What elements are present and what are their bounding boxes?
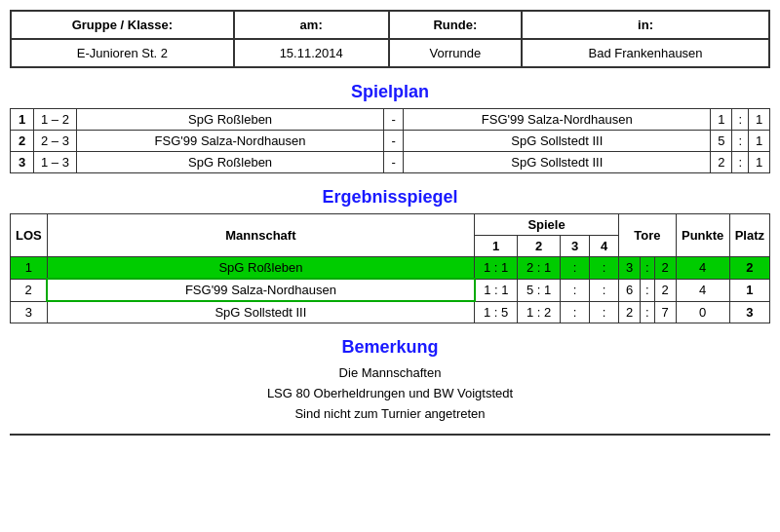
spielplan-dash: - <box>384 131 404 152</box>
col-punkte: Punkte <box>676 214 729 257</box>
col-spiel-4: 4 <box>590 236 619 257</box>
ergebnis-title: Ergebnisspiegel <box>10 187 770 208</box>
ergebnis-s4: : <box>590 301 619 323</box>
spielplan-dash: - <box>384 152 404 173</box>
info-table: Gruppe / Klasse: am: Runde: in: E-Junior… <box>10 10 770 68</box>
ergebnis-s2: 1 : 2 <box>518 301 561 323</box>
spielplan-match: 1 – 2 <box>34 109 77 131</box>
spielplan-num: 2 <box>11 131 34 152</box>
ergebnis-tore1: 3 <box>619 257 641 280</box>
ergebnis-s1: 1 : 1 <box>475 257 518 280</box>
spielplan-match: 2 – 3 <box>34 131 77 152</box>
ergebnis-platz: 1 <box>729 279 769 301</box>
spielplan-team1: FSG'99 Salza-Nordhausen <box>77 131 384 152</box>
ergebnis-s4: : <box>590 279 619 301</box>
ergebnis-tore1: 6 <box>619 279 641 301</box>
ergebnis-row: 3 SpG Sollstedt III 1 : 5 1 : 2 : : 2 : … <box>11 301 770 323</box>
ergebnis-tore2: 7 <box>654 301 676 323</box>
col-tore: Tore <box>619 214 677 257</box>
spielplan-team1: SpG Roßleben <box>77 152 384 173</box>
spielplan-team2: FSG'99 Salza-Nordhausen <box>404 109 711 131</box>
spielplan-team2: SpG Sollstedt III <box>404 152 711 173</box>
spielplan-dash: - <box>384 109 404 131</box>
ergebnis-s1: 1 : 5 <box>475 301 518 323</box>
ergebnis-platz: 2 <box>729 257 769 280</box>
ergebnis-los: 3 <box>11 301 48 323</box>
ergebnis-mannschaft: SpG Roßleben <box>47 257 474 280</box>
ergebnis-tore2: 2 <box>654 257 676 280</box>
spielplan-colon: : <box>732 109 749 131</box>
spielplan-score1: 5 <box>711 131 732 152</box>
spielplan-colon: : <box>732 152 749 173</box>
bemerkung-text: Die MannschaftenLSG 80 Oberheldrungen un… <box>10 363 770 424</box>
col-spiel-1: 1 <box>475 236 518 257</box>
ergebnis-mannschaft: FSG'99 Salza-Nordhausen <box>47 279 474 301</box>
info-value-runde: Vorrunde <box>389 39 522 67</box>
ergebnis-los: 1 <box>11 257 48 280</box>
ergebnis-row: 2 FSG'99 Salza-Nordhausen 1 : 1 5 : 1 : … <box>11 279 770 301</box>
ergebnis-s3: : <box>561 257 590 280</box>
ergebnis-tore-colon: : <box>641 257 655 280</box>
info-header-am: am: <box>234 11 389 39</box>
spielplan-score2: 1 <box>749 109 770 131</box>
ergebnis-row: 1 SpG Roßleben 1 : 1 2 : 1 : : 3 : 2 4 2 <box>11 257 770 280</box>
bemerkung-line: LSG 80 Oberheldrungen und BW Voigtstedt <box>10 384 770 404</box>
col-spiele: Spiele <box>475 214 619 236</box>
ergebnis-punkte: 4 <box>676 257 729 280</box>
ergebnis-tore-colon: : <box>641 301 655 323</box>
spielplan-num: 3 <box>11 152 34 173</box>
ergebnis-s2: 5 : 1 <box>518 279 561 301</box>
spielplan-score1: 2 <box>711 152 732 173</box>
bottom-border <box>10 434 770 436</box>
col-spiel-2: 2 <box>518 236 561 257</box>
info-header-runde: Runde: <box>389 11 522 39</box>
spielplan-team1: SpG Roßleben <box>77 109 384 131</box>
ergebnis-s2: 2 : 1 <box>518 257 561 280</box>
spielplan-row: 1 1 – 2 SpG Roßleben - FSG'99 Salza-Nord… <box>11 109 770 131</box>
info-value-gruppe: E-Junioren St. 2 <box>11 39 234 67</box>
bemerkung-title: Bemerkung <box>10 337 770 358</box>
ergebnis-los: 2 <box>11 279 48 301</box>
ergebnis-s1: 1 : 1 <box>475 279 518 301</box>
info-value-in: Bad Frankenhausen <box>522 39 769 67</box>
col-platz: Platz <box>729 214 769 257</box>
spielplan-row: 3 1 – 3 SpG Roßleben - SpG Sollstedt III… <box>11 152 770 173</box>
spielplan-score1: 1 <box>711 109 732 131</box>
col-mannschaft: Mannschaft <box>47 214 474 257</box>
ergebnis-punkte: 0 <box>676 301 729 323</box>
spielplan-match: 1 – 3 <box>34 152 77 173</box>
ergebnis-s3: : <box>561 301 590 323</box>
bemerkung-line: Die Mannschaften <box>10 363 770 384</box>
spielplan-colon: : <box>732 131 749 152</box>
info-header-in: in: <box>522 11 769 39</box>
spielplan-num: 1 <box>11 109 34 131</box>
spielplan-row: 2 2 – 3 FSG'99 Salza-Nordhausen - SpG So… <box>11 131 770 152</box>
spielplan-title: Spielplan <box>10 82 770 102</box>
ergebnis-s4: : <box>590 257 619 280</box>
ergebnis-table: LOS Mannschaft Spiele Tore Punkte Platz … <box>10 213 770 323</box>
ergebnis-platz: 3 <box>729 301 769 323</box>
col-spiel-3: 3 <box>561 236 590 257</box>
ergebnis-tore-colon: : <box>641 279 655 301</box>
spielplan-team2: SpG Sollstedt III <box>404 131 711 152</box>
spielplan-score2: 1 <box>749 131 770 152</box>
ergebnis-mannschaft: SpG Sollstedt III <box>47 301 474 323</box>
ergebnis-tore2: 2 <box>654 279 676 301</box>
spielplan-table: 1 1 – 2 SpG Roßleben - FSG'99 Salza-Nord… <box>10 108 770 173</box>
bemerkung-line: Sind nicht zum Turnier angetreten <box>10 404 770 425</box>
info-value-am: 15.11.2014 <box>234 39 389 67</box>
info-header-gruppe: Gruppe / Klasse: <box>11 11 234 39</box>
ergebnis-s3: : <box>561 279 590 301</box>
col-los: LOS <box>11 214 48 257</box>
ergebnis-tore1: 2 <box>619 301 641 323</box>
spielplan-score2: 1 <box>749 152 770 173</box>
ergebnis-punkte: 4 <box>676 279 729 301</box>
